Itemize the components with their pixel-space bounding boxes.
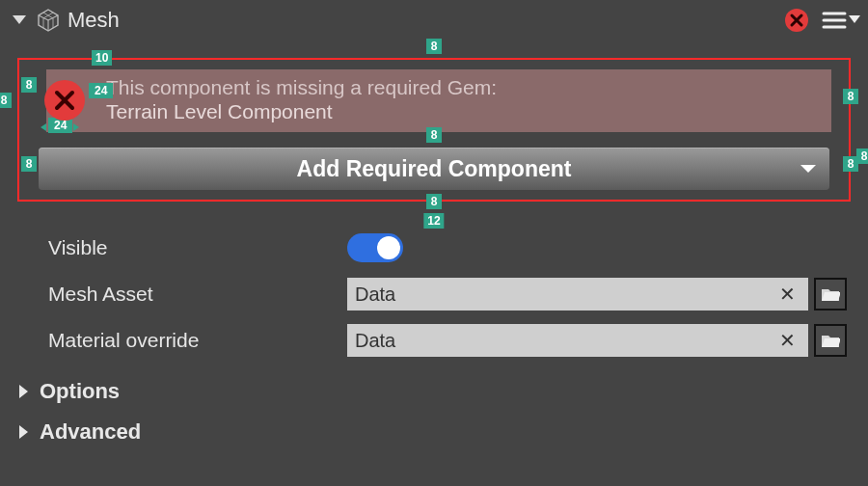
chevron-right-icon	[19, 385, 28, 398]
error-x-icon	[44, 80, 85, 121]
component-header: Mesh	[0, 0, 868, 40]
component-title: Mesh	[68, 8, 783, 33]
section-advanced-label: Advanced	[40, 419, 141, 445]
add-required-component-button[interactable]: Add Required Component	[39, 148, 829, 190]
section-options-label: Options	[40, 379, 120, 404]
row-mesh-asset: Mesh Asset Data ✕	[48, 271, 847, 317]
material-label: Material override	[48, 329, 347, 352]
browse-button[interactable]	[814, 278, 847, 310]
warning-line2: Terrain Level Component	[106, 99, 497, 124]
toggle-knob	[377, 236, 400, 259]
row-visible: Visible	[48, 225, 847, 271]
header-error-icon[interactable]	[783, 7, 810, 34]
section-options[interactable]: Options	[19, 379, 847, 404]
measure-arrow	[73, 123, 79, 131]
clear-icon[interactable]: ✕	[773, 283, 800, 306]
measure-right-inner-top: 8	[843, 89, 858, 104]
warning-line1: This component is missing a required Gem…	[106, 75, 497, 99]
measure-left-inner-top: 8	[21, 77, 37, 93]
measure-top-inner: 10	[92, 50, 112, 66]
warning-text: This component is missing a required Gem…	[106, 75, 497, 124]
clear-icon[interactable]: ✕	[773, 329, 800, 352]
collapse-caret-icon[interactable]	[8, 13, 31, 28]
measure-mid-center: 8	[426, 127, 442, 143]
measure-bottom-center: 8	[426, 194, 442, 209]
measure-icon-gap-v: 24	[89, 83, 113, 98]
measure-left-outer: 8	[0, 93, 12, 108]
mesh-icon	[35, 7, 62, 34]
measure-arrow	[41, 123, 46, 131]
missing-gem-warning: 8 10 8 8 8 8 8 8 8 8 12 24 24 This compo…	[17, 58, 851, 202]
hamburger-menu-icon[interactable]	[822, 11, 860, 30]
measure-top-outer: 8	[426, 39, 442, 54]
mesh-asset-value: Data	[355, 284, 395, 306]
mesh-asset-field[interactable]: Data ✕	[347, 278, 808, 310]
mesh-asset-label: Mesh Asset	[48, 283, 347, 306]
measure-below-gap: 12	[423, 213, 444, 229]
measure-left-inner-bottom: 8	[21, 156, 37, 172]
warning-message-box: This component is missing a required Gem…	[46, 69, 831, 132]
property-list: Visible Mesh Asset Data ✕ Material overr…	[48, 225, 847, 445]
material-field[interactable]: Data ✕	[347, 324, 808, 357]
row-material-override: Material override Data ✕	[48, 317, 847, 364]
visible-toggle[interactable]	[347, 233, 403, 262]
svg-marker-9	[849, 15, 860, 23]
section-advanced[interactable]: Advanced	[19, 419, 847, 445]
measure-right-inner-bottom: 8	[843, 156, 858, 172]
chevron-down-icon	[800, 165, 816, 173]
add-required-component-label: Add Required Component	[297, 156, 572, 182]
svg-marker-0	[13, 15, 26, 24]
visible-label: Visible	[48, 236, 347, 259]
material-value: Data	[355, 330, 395, 352]
chevron-right-icon	[19, 425, 28, 439]
browse-button[interactable]	[814, 324, 847, 357]
